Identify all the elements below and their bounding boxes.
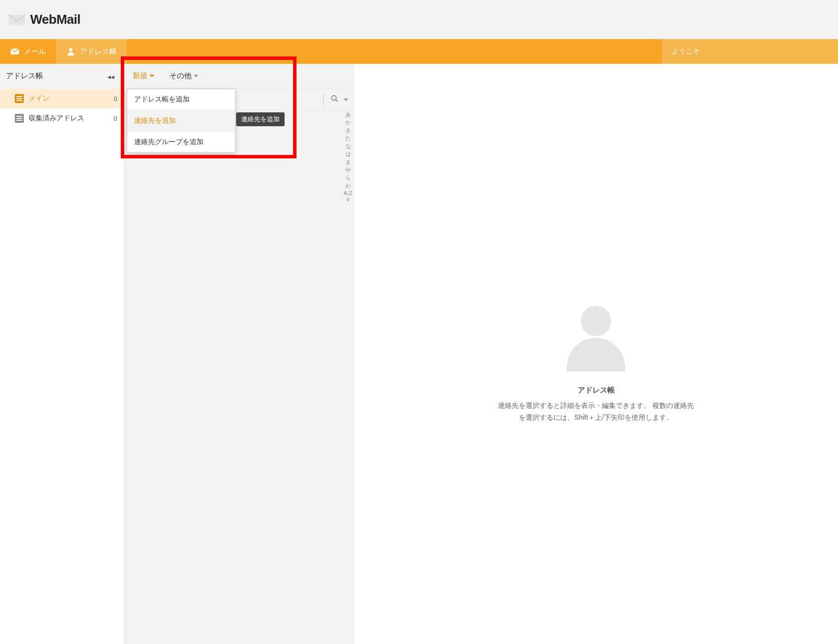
contact-list-panel: 新規 その他 アドレス帳を追加 連絡先を追加 連絡先グループを追加 連絡先を追加: [124, 64, 354, 644]
kana-item[interactable]: さ: [345, 127, 351, 134]
main-area: アドレス帳 ◂◂ メイン 0 収集済みアドレス 0 新規 その他: [0, 64, 838, 644]
dropdown-item-add-group[interactable]: 連絡先グループを追加: [127, 132, 235, 152]
svg-point-1: [332, 96, 336, 100]
kana-item[interactable]: は: [345, 150, 351, 158]
svg-point-0: [69, 48, 73, 51]
nav-tab-addressbook[interactable]: アドレス帳: [56, 39, 127, 64]
kana-item[interactable]: あ: [345, 111, 351, 118]
collapse-icon[interactable]: ◂◂: [107, 73, 117, 80]
addressbook-item-main[interactable]: メイン 0: [0, 89, 123, 108]
placeholder: アドレス帳 連絡先を選択すると詳細を表示・編集できます。 複数の連絡先を選択する…: [497, 292, 695, 424]
new-dropdown: アドレス帳を追加 連絡先を追加 連絡先グループを追加: [127, 89, 236, 153]
dropdown-item-label: 連絡先グループを追加: [134, 138, 203, 146]
kana-item[interactable]: A-Z: [344, 190, 352, 196]
other-button-label: その他: [169, 71, 192, 81]
sidebar-title: アドレス帳: [6, 71, 43, 81]
avatar-icon: [554, 292, 638, 376]
addressbook-item-collected[interactable]: 収集済みアドレス 0: [0, 108, 123, 128]
chevron-down-icon: [194, 75, 198, 77]
chevron-down-icon[interactable]: [344, 99, 348, 101]
new-button[interactable]: 新規: [133, 71, 154, 81]
person-icon: [66, 47, 76, 56]
dropdown-item-label: アドレス帳を追加: [134, 95, 190, 103]
app-header: WebMail: [0, 0, 838, 39]
nav-tab-label: アドレス帳: [80, 47, 117, 56]
svg-point-3: [581, 306, 611, 336]
book-label: 収集済みアドレス: [29, 114, 109, 123]
dropdown-item-add-addressbook[interactable]: アドレス帳を追加: [127, 89, 235, 110]
kana-item[interactable]: か: [345, 119, 351, 126]
tooltip: 連絡先を追加: [236, 112, 285, 126]
dropdown-item-add-contact[interactable]: 連絡先を追加: [127, 110, 235, 132]
chevron-down-icon: [149, 75, 154, 77]
separator: [323, 94, 324, 105]
book-icon: [15, 114, 24, 123]
main-navbar: メール アドレス帳 ようこそ: [0, 39, 838, 64]
kana-item[interactable]: わ: [345, 182, 351, 190]
kana-item[interactable]: ら: [345, 174, 351, 182]
sidebar: アドレス帳 ◂◂ メイン 0 収集済みアドレス 0: [0, 64, 124, 644]
kana-item[interactable]: な: [345, 143, 351, 150]
mail-logo-icon: [7, 13, 26, 27]
book-count: 0: [114, 115, 117, 122]
new-button-label: 新規: [133, 71, 148, 81]
nav-tab-label: メール: [24, 47, 46, 56]
mail-icon: [10, 47, 20, 56]
kana-item[interactable]: た: [345, 135, 351, 142]
book-count: 0: [114, 95, 117, 102]
sidebar-header: アドレス帳 ◂◂: [0, 64, 123, 89]
welcome-text: ようこそ: [672, 47, 699, 56]
placeholder-text: 連絡先を選択すると詳細を表示・編集できます。 複数の連絡先を選択するには、Shi…: [497, 400, 695, 424]
kana-index: あ か さ た な は ま や ら わ A-Z #: [344, 111, 352, 202]
kana-item[interactable]: ま: [345, 158, 351, 166]
book-icon: [15, 94, 24, 103]
other-button[interactable]: その他: [169, 71, 198, 81]
svg-line-2: [336, 99, 338, 101]
kana-item[interactable]: #: [346, 197, 349, 202]
detail-panel: アドレス帳 連絡先を選択すると詳細を表示・編集できます。 複数の連絡先を選択する…: [354, 64, 838, 644]
kana-item[interactable]: や: [345, 166, 351, 174]
nav-tab-mail[interactable]: メール: [0, 39, 56, 64]
placeholder-title: アドレス帳: [497, 386, 695, 395]
dropdown-item-label: 連絡先を追加: [134, 116, 176, 124]
welcome-area: ようこそ: [662, 39, 838, 64]
contact-toolbar: 新規 その他: [124, 64, 353, 89]
book-label: メイン: [29, 94, 109, 103]
app-name: WebMail: [30, 12, 80, 27]
search-icon[interactable]: [329, 95, 341, 104]
